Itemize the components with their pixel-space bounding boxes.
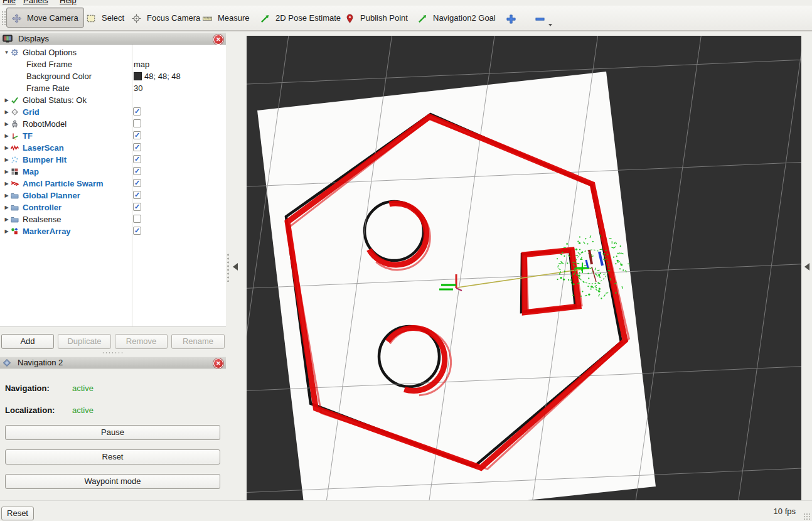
visibility-checkbox[interactable]: ✓: [133, 203, 141, 211]
select-tool[interactable]: Select: [87, 6, 124, 30]
expand-arrow[interactable]: ▶: [3, 109, 11, 115]
display-row-markerarray[interactable]: ▶ MarkerArray ✓: [0, 225, 226, 237]
remove-display-button[interactable]: Remove: [115, 334, 168, 349]
move-camera-label: Move Camera: [27, 13, 78, 23]
status-ok-check-icon: [11, 96, 20, 104]
visibility-checkbox[interactable]: ✓: [133, 227, 141, 235]
display-row-bumper-hit[interactable]: ▶ Bumper Hit ✓: [0, 154, 226, 166]
color-text: 48; 48; 48: [144, 72, 181, 81]
fixed-frame-value[interactable]: map: [134, 60, 149, 69]
expand-arrow[interactable]: ▶: [3, 228, 11, 234]
diamond-icon: [3, 358, 12, 367]
visibility-checkbox[interactable]: ✓: [133, 167, 141, 175]
displays-tree[interactable]: ▼ Global Options Fixed Frame map Backgro…: [0, 45, 226, 327]
visibility-checkbox[interactable]: ✓: [133, 179, 141, 187]
display-row-tf[interactable]: ▶ TF ✓: [0, 130, 226, 142]
collapse-handle-right[interactable]: [804, 263, 809, 271]
visibility-checkbox[interactable]: [133, 119, 141, 127]
visibility-checkbox[interactable]: ✓: [133, 143, 141, 151]
measure-label: Measure: [218, 13, 250, 23]
visibility-checkbox[interactable]: ✓: [133, 131, 141, 139]
expand-arrow[interactable]: ▶: [3, 133, 11, 139]
publish-point-tool[interactable]: Publish Point: [345, 6, 408, 30]
gear-icon: [11, 48, 20, 56]
visibility-checkbox[interactable]: ✓: [133, 107, 141, 115]
display-row-realsense[interactable]: ▶ Realsense: [0, 213, 226, 225]
folder-icon: [11, 191, 20, 200]
expand-arrow[interactable]: ▶: [3, 217, 11, 222]
expand-arrow[interactable]: ▶: [3, 169, 11, 175]
focus-camera-tool[interactable]: Focus Camera: [132, 6, 200, 30]
collapse-arrow[interactable]: ▼: [3, 50, 11, 55]
publish-point-label: Publish Point: [360, 13, 408, 23]
visibility-checkbox[interactable]: ✓: [133, 155, 141, 163]
property-label: Frame Rate: [26, 83, 70, 93]
display-row-amcl-particle-swarm[interactable]: ▶ Amcl Particle Swarm ✓: [0, 178, 226, 190]
visibility-checkbox[interactable]: [133, 215, 141, 223]
display-row-map[interactable]: ▶ Map ✓: [0, 166, 226, 178]
pose-estimate-icon: [260, 14, 270, 22]
select-label: Select: [102, 13, 124, 23]
waypoint-mode-button[interactable]: Waypoint mode: [5, 474, 220, 489]
expand-arrow[interactable]: ▶: [3, 121, 11, 127]
menu-file[interactable]: File: [3, 0, 16, 5]
panel-splitter-handle[interactable]: [102, 352, 123, 354]
row-label: LaserScan: [23, 143, 64, 153]
expand-arrow[interactable]: ▶: [3, 157, 11, 163]
3d-viewport[interactable]: [247, 36, 801, 500]
scene: [247, 36, 801, 500]
visibility-checkbox[interactable]: ✓: [133, 191, 141, 199]
displays-panel-header[interactable]: Displays ✕: [0, 33, 226, 45]
reset-navigation-button[interactable]: Reset: [5, 449, 220, 465]
frame-rate-value[interactable]: 30: [134, 83, 142, 93]
expand-arrow[interactable]: ▶: [3, 193, 11, 198]
property-row-frame-rate[interactable]: Frame Rate 30: [0, 82, 226, 94]
remove-tool-button[interactable]: [535, 6, 547, 30]
tool-menu-caret[interactable]: [548, 24, 552, 26]
nav2-panel-header[interactable]: Navigation 2 ✕: [0, 357, 226, 368]
row-label: Controller: [23, 203, 61, 212]
resize-grip[interactable]: [803, 513, 811, 520]
add-tool-button[interactable]: [506, 6, 518, 30]
property-row-background-color[interactable]: Background Color 48; 48; 48: [0, 70, 226, 82]
tf-axes-icon: [11, 132, 20, 140]
pose-estimate-tool[interactable]: 2D Pose Estimate: [260, 6, 341, 30]
move-camera-tool[interactable]: Move Camera: [6, 8, 84, 28]
row-label: Grid: [23, 107, 40, 117]
bumper-hit-icon: [11, 156, 20, 164]
row-label: RobotModel: [23, 119, 67, 129]
background-color-value[interactable]: 48; 48; 48: [134, 72, 181, 81]
property-row-fixed-frame[interactable]: Fixed Frame map: [0, 58, 226, 70]
toolbar: Move Camera Select Focus Camera Measure …: [0, 6, 812, 31]
display-row-laserscan[interactable]: ▶ LaserScan ✓: [0, 142, 226, 154]
display-row-grid[interactable]: ▶ Grid ✓: [0, 106, 226, 118]
reset-time-button[interactable]: Reset: [1, 507, 34, 520]
property-label: Background Color: [26, 72, 92, 81]
toolbar-drag-handle[interactable]: [1, 11, 6, 26]
measure-tool[interactable]: Measure: [203, 6, 250, 30]
close-icon[interactable]: ✕: [213, 358, 223, 368]
display-row-global-status[interactable]: ▶ Global Status: Ok: [0, 94, 226, 106]
expand-arrow[interactable]: ▶: [3, 205, 11, 210]
expand-arrow[interactable]: ▶: [3, 145, 11, 151]
display-row-robotmodel[interactable]: ▶ RobotModel: [0, 118, 226, 130]
pose-estimate-label: 2D Pose Estimate: [275, 13, 341, 23]
rename-display-button[interactable]: Rename: [171, 334, 225, 349]
display-row-controller[interactable]: ▶ Controller ✓: [0, 201, 226, 213]
collapse-handle-left[interactable]: [233, 263, 238, 271]
display-row-global-planner[interactable]: ▶ Global Planner ✓: [0, 190, 226, 201]
menu-help[interactable]: Help: [60, 0, 77, 5]
expand-arrow[interactable]: ▶: [3, 97, 11, 103]
menu-panels[interactable]: Panels: [23, 0, 48, 5]
close-icon[interactable]: ✕: [213, 35, 223, 45]
localization-status-label: Localization:: [5, 406, 55, 415]
nav2-goal-tool[interactable]: Navigation2 Goal: [418, 6, 496, 30]
display-row-global-options[interactable]: ▼ Global Options: [0, 46, 226, 58]
duplicate-display-button[interactable]: Duplicate: [58, 334, 111, 349]
splitter-dots[interactable]: [227, 253, 229, 282]
add-display-button[interactable]: Add: [1, 334, 54, 349]
markerarray-icon: [11, 227, 20, 235]
expand-arrow[interactable]: ▶: [3, 181, 11, 186]
nav2-goal-label: Navigation2 Goal: [433, 13, 496, 23]
pause-button[interactable]: Pause: [5, 425, 220, 440]
